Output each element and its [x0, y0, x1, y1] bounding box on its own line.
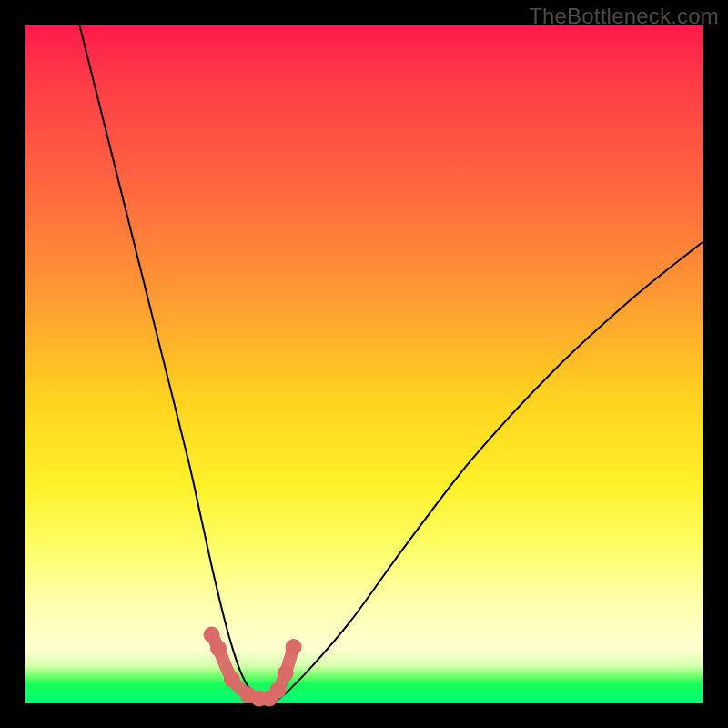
- fit-region-dot: [286, 639, 302, 655]
- fit-region-dot: [210, 640, 227, 656]
- fit-region-dot: [270, 682, 287, 699]
- plot-area: [25, 25, 703, 703]
- curve-layer: [25, 25, 703, 703]
- fit-region-dot: [224, 672, 240, 688]
- chart-frame: TheBottleneck.com: [0, 0, 728, 728]
- bottleneck-curve: [80, 25, 703, 703]
- fit-region-dot: [278, 665, 294, 682]
